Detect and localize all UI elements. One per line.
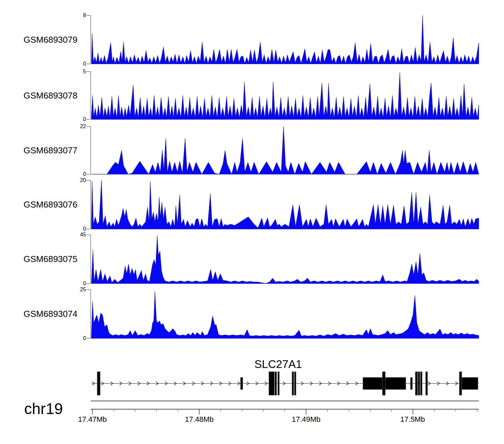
coverage-area-GSM6893079 [91, 15, 479, 64]
tracks-canvas [0, 0, 504, 444]
exon-box [294, 372, 296, 395]
y-zero-label: 0 [66, 281, 86, 286]
coverage-area-GSM6893076 [91, 180, 479, 229]
y-zero-label: 0 [66, 336, 86, 341]
exon-box [292, 372, 294, 395]
track-label-gsm6893078: GSM6893078 [24, 91, 87, 100]
exon-box [269, 372, 274, 395]
exon-box [420, 372, 422, 395]
y-max-label: 45 [66, 232, 86, 237]
y-zero-label: 0 [66, 117, 86, 122]
exon-box [241, 377, 243, 390]
y-zero-label: 0 [66, 226, 86, 232]
coverage-area-GSM6893077 [91, 126, 479, 174]
chromosome-label: chr19 [24, 400, 63, 418]
exon-box [426, 372, 428, 395]
exon-box [97, 372, 100, 395]
exon-box [411, 377, 413, 390]
y-zero-label: 0 [66, 172, 86, 177]
x-axis-tick-label: 17.5Mb [389, 415, 436, 424]
exon-box [462, 377, 478, 390]
coverage-area-GSM6893078 [91, 73, 479, 119]
gene-name-label: SLC27A1 [245, 358, 312, 371]
genome-browser-figure: GSM6893079 GSM6893078 GSM6893077 GSM6893… [0, 0, 504, 444]
track-label-gsm6893077: GSM6893077 [24, 146, 87, 155]
y-max-label: 8 [66, 13, 86, 18]
exon-box [278, 372, 280, 395]
track-label-gsm6893076: GSM6893076 [24, 200, 87, 209]
coverage-area-GSM6893074 [91, 292, 479, 338]
exon-box [275, 372, 277, 395]
x-axis-tick-label: 17.49Mb [283, 415, 330, 424]
y-max-label: 22 [66, 124, 86, 129]
track-label-gsm6893079: GSM6893079 [24, 35, 87, 44]
track-label-gsm6893075: GSM6893075 [24, 254, 87, 264]
track-label-gsm6893074: GSM6893074 [24, 309, 87, 319]
y-max-label: 20 [66, 178, 86, 183]
exon-box [382, 372, 385, 395]
x-axis-tick-label: 17.48Mb [176, 415, 223, 424]
y-max-label: 5 [66, 69, 86, 74]
y-max-label: 25 [66, 287, 86, 292]
x-axis-tick-label: 17.47Mb [69, 415, 116, 424]
exon-box [459, 372, 462, 395]
coverage-area-GSM6893075 [91, 236, 479, 284]
y-zero-label: 0 [66, 61, 86, 67]
exon-box [415, 372, 418, 395]
exon-box [418, 372, 420, 395]
